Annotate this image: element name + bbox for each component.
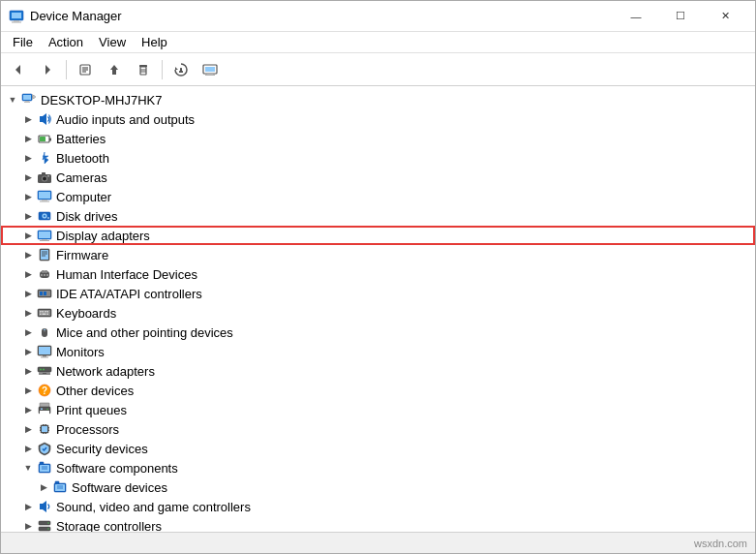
processors-expand[interactable]: [20, 419, 36, 439]
svg-rect-64: [44, 292, 46, 295]
tree-item-mice[interactable]: Mice and other pointing devices: [1, 323, 755, 342]
tree-item-cameras[interactable]: Cameras: [1, 168, 755, 187]
maximize-button[interactable]: ☐: [658, 1, 703, 32]
forward-icon: [41, 63, 54, 77]
scan-icon: [173, 62, 189, 77]
print-queues-icon: [36, 402, 53, 417]
svg-rect-1: [12, 13, 21, 18]
tree-item-security[interactable]: Security devices: [1, 439, 755, 458]
keyboards-expand[interactable]: [20, 303, 36, 323]
back-button[interactable]: [5, 57, 32, 82]
sound-icon: [36, 499, 53, 514]
firmware-expand[interactable]: [20, 245, 36, 264]
svg-point-92: [46, 409, 48, 411]
uninstall-device-button[interactable]: [130, 57, 157, 82]
display-devices-button[interactable]: [197, 57, 224, 82]
storage-expand[interactable]: [20, 516, 36, 532]
scan-changes-button[interactable]: [167, 57, 195, 82]
audio-expand[interactable]: [20, 109, 36, 129]
tree-item-storage[interactable]: Storage controllers: [1, 516, 755, 532]
svg-rect-109: [55, 481, 59, 484]
software-components-expand[interactable]: [20, 458, 36, 477]
close-button[interactable]: ✕: [703, 1, 747, 32]
svg-rect-67: [40, 311, 42, 313]
display-adapters-expand[interactable]: [20, 226, 36, 245]
hid-label: Human Interface Devices: [56, 267, 197, 282]
sound-expand[interactable]: [20, 497, 36, 516]
forward-button[interactable]: [34, 57, 61, 82]
tree-item-other[interactable]: ? Other devices: [1, 381, 755, 400]
print-queues-expand[interactable]: [20, 400, 36, 419]
tree-item-monitors[interactable]: Monitors: [1, 342, 755, 361]
bluetooth-expand[interactable]: [20, 148, 36, 168]
update-driver-icon: [107, 63, 121, 77]
svg-point-76: [44, 329, 45, 331]
menu-view[interactable]: View: [91, 32, 134, 53]
menu-help[interactable]: Help: [134, 32, 175, 53]
tree-item-batteries[interactable]: Batteries: [1, 129, 755, 148]
svg-rect-47: [39, 231, 50, 238]
device-tree[interactable]: DESKTOP-MHJ7HK7 Audio inputs and outputs: [1, 86, 755, 532]
hid-expand[interactable]: [20, 264, 36, 284]
menu-action[interactable]: Action: [41, 32, 91, 53]
computer-expand[interactable]: [20, 187, 36, 206]
svg-point-44: [44, 215, 45, 217]
svg-rect-79: [43, 355, 46, 357]
other-expand[interactable]: [20, 381, 36, 400]
svg-rect-28: [24, 102, 30, 103]
tree-item-sound[interactable]: Sound, video and game controllers: [1, 497, 755, 516]
svg-rect-72: [43, 314, 46, 316]
svg-rect-56: [42, 270, 45, 273]
tree-root[interactable]: DESKTOP-MHJ7HK7: [1, 90, 755, 109]
svg-point-82: [40, 369, 42, 371]
svg-rect-110: [55, 484, 65, 491]
ide-expand[interactable]: [20, 284, 36, 303]
properties-button[interactable]: [72, 57, 99, 82]
tree-item-audio[interactable]: Audio inputs and outputs: [1, 109, 755, 129]
hid-icon: [36, 266, 53, 282]
svg-rect-3: [12, 21, 21, 22]
network-expand[interactable]: [20, 361, 36, 381]
network-icon: [36, 363, 53, 379]
title-bar: Device Manager — ☐ ✕: [1, 1, 755, 32]
minimize-button[interactable]: —: [614, 1, 658, 32]
cameras-expand[interactable]: [20, 168, 36, 187]
tree-item-firmware[interactable]: Firmware: [1, 245, 755, 264]
display-adapters-label: Display adapters: [56, 229, 150, 243]
display-adapters-icon: [36, 228, 53, 243]
svg-rect-21: [207, 74, 213, 75]
svg-point-60: [46, 274, 48, 276]
disk-drives-expand[interactable]: [20, 206, 36, 226]
tree-item-disk-drives[interactable]: Disk drives: [1, 206, 755, 226]
svg-rect-94: [42, 426, 47, 432]
tree-item-keyboards[interactable]: Keyboards: [1, 303, 755, 323]
svg-rect-102: [45, 433, 47, 434]
storage-label: Storage controllers: [56, 519, 162, 533]
svg-rect-70: [47, 311, 49, 313]
update-driver-button[interactable]: [101, 57, 128, 82]
svg-rect-31: [49, 138, 51, 141]
software-devices-icon: [51, 479, 69, 495]
root-expand-arrow[interactable]: [5, 90, 20, 109]
svg-point-45: [47, 217, 49, 219]
computer-label: Computer: [56, 190, 111, 204]
bluetooth-label: Bluetooth: [56, 151, 109, 166]
software-devices-expand[interactable]: [36, 477, 51, 497]
disk-drives-icon: [36, 208, 53, 224]
tree-item-hid[interactable]: Human Interface Devices: [1, 264, 755, 284]
tree-item-software-devices[interactable]: Software devices: [1, 477, 755, 497]
other-icon: ?: [36, 383, 53, 398]
tree-item-software-components[interactable]: Software components: [1, 458, 755, 477]
monitors-expand[interactable]: [20, 342, 36, 361]
tree-item-bluetooth[interactable]: Bluetooth: [1, 148, 755, 168]
tree-item-processors[interactable]: Processors: [1, 419, 755, 439]
menu-file[interactable]: File: [5, 32, 41, 53]
tree-item-ide[interactable]: IDE ATA/ATAPI controllers: [1, 284, 755, 303]
mice-expand[interactable]: [20, 323, 36, 342]
tree-item-computer[interactable]: Computer: [1, 187, 755, 206]
batteries-expand[interactable]: [20, 129, 36, 148]
tree-item-display-adapters[interactable]: Display adapters: [1, 226, 755, 245]
security-expand[interactable]: [20, 439, 36, 458]
tree-item-network[interactable]: Network adapters: [1, 361, 755, 381]
tree-item-print-queues[interactable]: Print queues: [1, 400, 755, 419]
